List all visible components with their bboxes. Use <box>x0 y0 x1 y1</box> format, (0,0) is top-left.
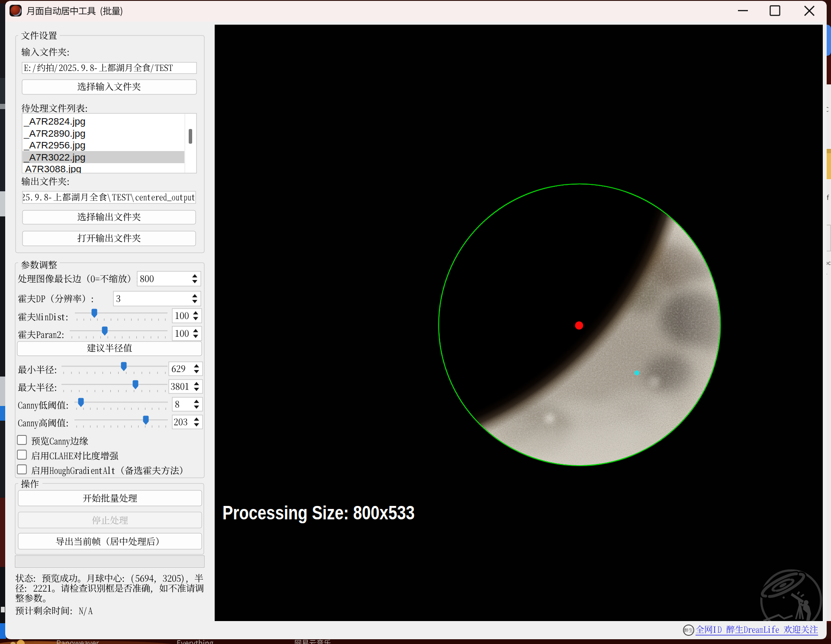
svg-text:Processing Size: 800x533: Processing Size: 800x533 <box>222 502 415 524</box>
svg-text:_A7R3022.jpg: _A7R3022.jpg <box>23 152 86 163</box>
svg-text:_A7R2956.jpg: _A7R2956.jpg <box>23 140 86 151</box>
svg-text:A7R3088.jpg: A7R3088.jpg <box>25 164 81 174</box>
svg-text:_A7R2890.jpg: _A7R2890.jpg <box>23 128 86 139</box>
svg-text:_A7R2824.jpg: _A7R2824.jpg <box>23 116 86 127</box>
